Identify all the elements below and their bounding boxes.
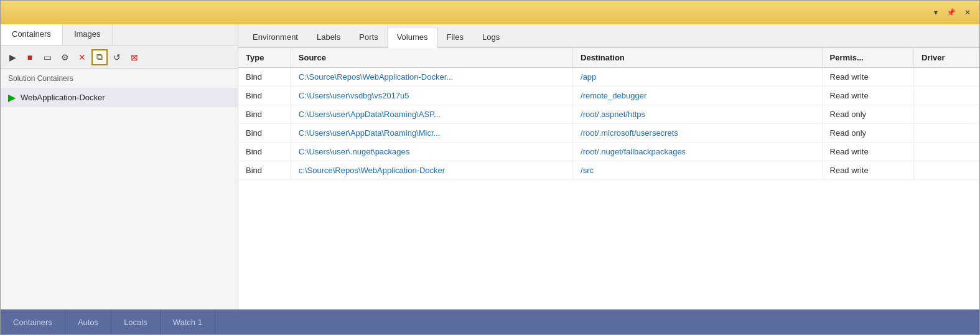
dropdown-icon[interactable]: ▾ — [931, 7, 940, 18]
cell-destination[interactable]: /root/.aspnet/https — [573, 105, 823, 124]
source-link[interactable]: C:\Source\Repos\WebApplication-Docker... — [299, 72, 453, 82]
copy-button[interactable]: ⧉ — [91, 49, 108, 65]
bottom-tab-locals[interactable]: Locals — [111, 309, 161, 334]
right-tab-bar: Environment Labels Ports Volumes Files L… — [238, 24, 979, 48]
cell-source[interactable]: c:\Source\Repos\WebApplication-Docker — [291, 161, 572, 180]
destination-link[interactable]: /root/.nuget/fallbackpackages — [581, 147, 686, 156]
table-row: BindC:\Users\user\AppData\Roaming\Micr..… — [238, 124, 979, 143]
bottom-bar: Containers Autos Locals Watch 1 — [1, 309, 979, 334]
tab-containers[interactable]: Containers — [1, 24, 63, 45]
cell-type: Bind — [238, 124, 291, 143]
col-header-destination[interactable]: Destination — [573, 48, 823, 68]
table-row: BindC:\Users\user\.nuget\packages/root/.… — [238, 143, 979, 161]
cell-source[interactable]: C:\Users\user\.nuget\packages — [291, 143, 572, 161]
title-bar: ▾ 📌 ✕ — [1, 1, 979, 24]
container-name: WebApplication-Docker — [21, 93, 105, 102]
col-header-permissions[interactable]: Permis... — [822, 48, 914, 68]
col-header-source[interactable]: Source — [291, 48, 572, 68]
destination-link[interactable]: /remote_debugger — [581, 91, 646, 100]
left-tab-bar: Containers Images — [1, 24, 238, 45]
cell-type: Bind — [238, 161, 291, 180]
cell-type: Bind — [238, 105, 291, 124]
destination-link[interactable]: /src — [581, 166, 594, 175]
tab-ports[interactable]: Ports — [350, 27, 387, 47]
right-panel: Environment Labels Ports Volumes Files L… — [238, 24, 979, 309]
cell-source[interactable]: C:\Users\user\vsdbg\vs2017u5 — [291, 87, 572, 105]
play-button[interactable]: ▶ — [4, 49, 21, 65]
cell-permissions: Read write — [822, 143, 914, 161]
left-panel: Containers Images ▶ ■ ▭ ⚙ ✕ ⧉ ↺ ⊠ Soluti… — [1, 24, 238, 309]
tab-volumes[interactable]: Volumes — [388, 27, 437, 48]
cell-destination[interactable]: /root/.microsoft/usersecrets — [573, 124, 823, 143]
source-link[interactable]: C:\Users\user\vsdbg\vs2017u5 — [299, 91, 409, 100]
cell-destination[interactable]: /src — [573, 161, 823, 180]
cell-permissions: Read only — [822, 124, 914, 143]
bottom-tab-containers[interactable]: Containers — [1, 309, 65, 334]
cell-permissions: Read only — [822, 105, 914, 124]
source-link[interactable]: C:\Users\user\.nuget\packages — [299, 147, 409, 156]
source-link[interactable]: c:\Source\Repos\WebApplication-Docker — [299, 166, 445, 175]
cell-type: Bind — [238, 143, 291, 161]
container-item[interactable]: ▶ WebApplication-Docker — [1, 88, 238, 107]
volumes-table: Type Source Destination Permis... Driver… — [238, 48, 979, 180]
cell-source[interactable]: C:\Users\user\AppData\Roaming\Micr... — [291, 124, 572, 143]
table-row: BindC:\Users\user\vsdbg\vs2017u5/remote_… — [238, 87, 979, 105]
cell-driver — [914, 68, 979, 87]
volumes-table-container: Type Source Destination Permis... Driver… — [238, 48, 979, 309]
table-header-row: Type Source Destination Permis... Driver — [238, 48, 979, 68]
tab-environment[interactable]: Environment — [243, 27, 307, 47]
close-icon[interactable]: ✕ — [962, 7, 973, 18]
cell-destination[interactable]: /root/.nuget/fallbackpackages — [573, 143, 823, 161]
terminal-button[interactable]: ▭ — [39, 49, 55, 65]
pin-icon[interactable]: 📌 — [944, 7, 958, 18]
cell-source[interactable]: C:\Users\user\AppData\Roaming\ASP... — [291, 105, 572, 124]
cell-permissions: Read write — [822, 68, 914, 87]
cell-permissions: Read write — [822, 161, 914, 180]
solution-containers-label: Solution Containers — [1, 69, 238, 88]
cell-type: Bind — [238, 68, 291, 87]
cell-source[interactable]: C:\Source\Repos\WebApplication-Docker... — [291, 68, 572, 87]
col-header-driver[interactable]: Driver — [914, 48, 979, 68]
bottom-tab-autos[interactable]: Autos — [65, 309, 111, 334]
cell-destination[interactable]: /remote_debugger — [573, 87, 823, 105]
prune-button[interactable]: ⊠ — [126, 49, 142, 65]
cell-driver — [914, 105, 979, 124]
toolbar: ▶ ■ ▭ ⚙ ✕ ⧉ ↺ ⊠ — [1, 45, 238, 69]
bottom-tab-watch1[interactable]: Watch 1 — [161, 309, 215, 334]
cell-driver — [914, 124, 979, 143]
destination-link[interactable]: /root/.microsoft/usersecrets — [581, 128, 678, 138]
stop-button[interactable]: ■ — [22, 49, 38, 65]
refresh-button[interactable]: ↺ — [109, 49, 125, 65]
tab-files[interactable]: Files — [437, 27, 473, 47]
cell-destination[interactable]: /app — [573, 68, 823, 87]
cell-driver — [914, 87, 979, 105]
cell-type: Bind — [238, 87, 291, 105]
tab-labels[interactable]: Labels — [307, 27, 350, 47]
destination-link[interactable]: /root/.aspnet/https — [581, 110, 645, 119]
col-header-type[interactable]: Type — [238, 48, 291, 68]
table-row: Bindc:\Source\Repos\WebApplication-Docke… — [238, 161, 979, 180]
destination-link[interactable]: /app — [581, 72, 596, 82]
source-link[interactable]: C:\Users\user\AppData\Roaming\ASP... — [299, 110, 441, 119]
running-icon: ▶ — [8, 92, 16, 103]
cell-driver — [914, 143, 979, 161]
tab-images[interactable]: Images — [63, 24, 113, 45]
delete-button[interactable]: ✕ — [74, 49, 90, 65]
cell-driver — [914, 161, 979, 180]
main-content: Containers Images ▶ ■ ▭ ⚙ ✕ ⧉ ↺ ⊠ Soluti… — [1, 24, 979, 309]
tab-logs[interactable]: Logs — [473, 27, 509, 47]
cell-permissions: Read write — [822, 87, 914, 105]
table-row: BindC:\Source\Repos\WebApplication-Docke… — [238, 68, 979, 87]
title-bar-controls: ▾ 📌 ✕ — [931, 7, 973, 18]
main-window: ▾ 📌 ✕ Containers Images ▶ ■ ▭ ⚙ ✕ ⧉ ↺ ⊠ — [0, 0, 980, 335]
settings-button[interactable]: ⚙ — [57, 49, 73, 65]
source-link[interactable]: C:\Users\user\AppData\Roaming\Micr... — [299, 128, 441, 138]
table-row: BindC:\Users\user\AppData\Roaming\ASP...… — [238, 105, 979, 124]
